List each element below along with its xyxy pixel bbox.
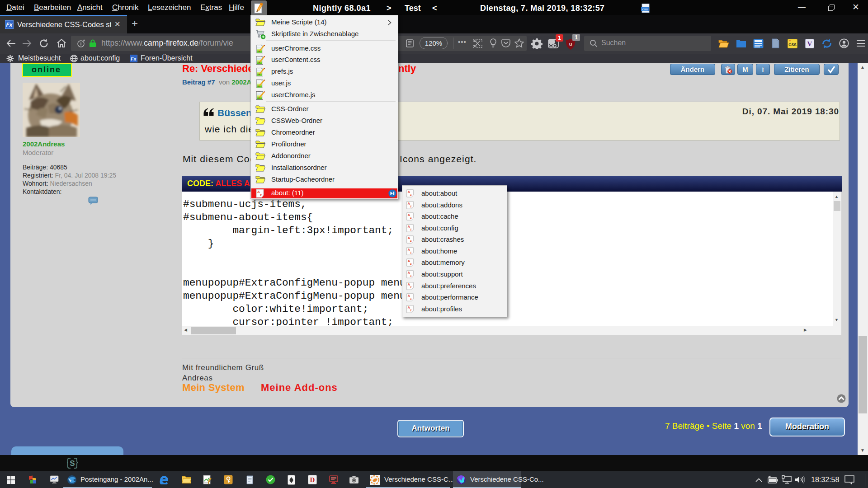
svg-text:z: z	[410, 296, 412, 300]
svg-text:z: z	[260, 193, 262, 197]
svg-text:z: z	[410, 204, 412, 208]
svg-text:D: D	[310, 476, 315, 483]
svg-text:CSS: CSS	[642, 8, 647, 11]
svg-text:z: z	[410, 227, 412, 231]
svg-text:Fx: Fx	[131, 56, 137, 61]
svg-text:Fx: Fx	[6, 22, 13, 28]
svg-text:z: z	[410, 250, 412, 254]
svg-text:z: z	[410, 273, 412, 277]
svg-text:V: V	[807, 40, 812, 47]
svg-text:z: z	[410, 216, 412, 220]
svg-text:z: z	[410, 262, 412, 266]
svg-text:CSS: CSS	[788, 42, 797, 47]
svg-text:S: S	[70, 459, 75, 468]
svg-text:z: z	[410, 285, 412, 289]
svg-text:z: z	[410, 239, 412, 243]
svg-text:z: z	[410, 308, 412, 312]
svg-text:u: u	[569, 41, 572, 47]
svg-text:z: z	[410, 192, 412, 197]
